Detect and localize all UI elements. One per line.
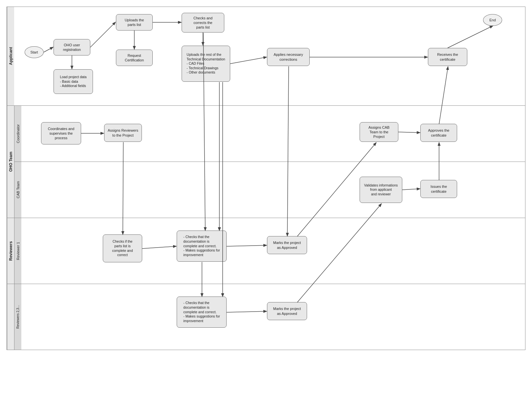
- request-cert-node: RequestCertification: [116, 50, 153, 66]
- svg-line-0: [44, 47, 53, 52]
- lane-label-applicant: Applicant: [7, 7, 14, 105]
- sublane-coordinator: Coordinator Coordinates andsupervises th…: [14, 106, 525, 162]
- uploads-rest-node: Uploads the rest of theTechnical Documen…: [182, 46, 230, 82]
- assigns-cab-node: Assigns CABTeam to theProject: [360, 122, 398, 142]
- receives-cert-node: Receives thecertificate: [428, 48, 467, 66]
- applies-corrections-node: Applies necessarycorrections: [267, 48, 310, 66]
- lane-label-reviewers: Reviewers: [7, 218, 14, 284]
- marks-approved-r23-node: Marks the projectas Approved: [267, 302, 307, 320]
- sublane-cab: CAB Team Validates informationsfrom appl…: [14, 162, 525, 218]
- lane-label-coordinator: Coordinator: [14, 106, 21, 162]
- reviewers23-content: - Checks that thedocumentation iscomplet…: [21, 284, 525, 350]
- svg-line-13: [227, 245, 266, 246]
- svg-line-10: [398, 132, 420, 133]
- assigns-reviewers-node: Assigns Reviewersto the Project: [104, 124, 142, 142]
- svg-line-2: [90, 22, 115, 47]
- lane-label-cab: CAB Team: [14, 162, 21, 218]
- lane-label-oho-team: OHO Team: [7, 106, 14, 218]
- cab-content: Validates informationsfrom applicantand …: [21, 162, 525, 218]
- svg-line-11: [402, 189, 420, 190]
- end-node: End: [483, 14, 502, 26]
- svg-line-8: [448, 26, 493, 48]
- issues-cert-node: Issues thecertificate: [420, 180, 457, 198]
- lane-reviewers23: Reviewers 2,3... - Checks that thedocume…: [7, 284, 525, 350]
- start-node: Start: [25, 46, 44, 58]
- diagram-container: Applicant Start OHO userregistration Loa…: [7, 7, 525, 350]
- coordinator-content: Coordinates andsupervises theprocess Ass…: [21, 106, 525, 162]
- upload-parts-node: Uploads theparts list: [116, 14, 153, 31]
- marks-approved-r1-node: Marks the projectas Approved: [267, 236, 307, 254]
- lane-label-reviewer1: Reviewer 1: [14, 218, 21, 284]
- lane-label-reviewers23-outer: [7, 284, 14, 350]
- checks-parts-complete-node: Checks if theparts list iscomplete andco…: [103, 234, 142, 262]
- coord-supervises-node: Coordinates andsupervises theprocess: [41, 122, 81, 144]
- oho-registration-node: OHO userregistration: [54, 39, 90, 55]
- checks-corrects-node: Checks andcorrects theparts list: [182, 13, 224, 33]
- svg-line-6: [230, 57, 266, 64]
- checks-docs-r23-node: - Checks that thedocumentation iscomplet…: [177, 297, 227, 328]
- validates-info-node: Validates informationsfrom applicantand …: [360, 177, 402, 203]
- applicant-content: Start OHO userregistration Load project …: [14, 7, 525, 105]
- lane-label-reviewers23: Reviewers 2,3...: [14, 284, 21, 350]
- lane-oho-team: OHO Team Coordinator Coordinates andsupe…: [7, 106, 525, 218]
- svg-line-12: [142, 246, 176, 249]
- svg-line-14: [227, 311, 266, 312]
- reviewer1-content: Checks if theparts list iscomplete andco…: [21, 218, 525, 284]
- approves-cert-node: Approves thecertificate: [420, 124, 457, 142]
- checks-docs-r1-node: - Checks that thedocumentation iscomplet…: [177, 231, 227, 262]
- load-project-node: Load project data- Basic data- Additiona…: [54, 69, 93, 94]
- lane-applicant: Applicant Start OHO userregistration Loa…: [7, 7, 525, 106]
- lane-reviewer1: Reviewers Reviewer 1 Checks if theparts …: [7, 218, 525, 284]
